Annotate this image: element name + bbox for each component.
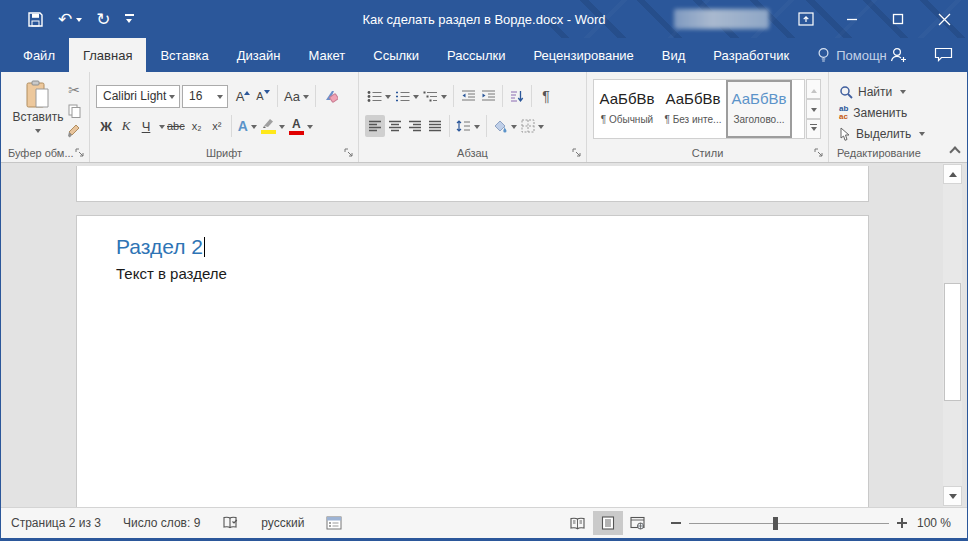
line-spacing-button[interactable] <box>454 115 482 137</box>
select-button[interactable]: Выделить <box>829 123 967 144</box>
paragraph-dialog-launcher[interactable] <box>572 148 582 158</box>
grow-font-button[interactable]: A <box>233 85 253 107</box>
close-button[interactable] <box>921 0 967 38</box>
font-dialog-launcher[interactable] <box>344 148 354 158</box>
save-icon[interactable] <box>27 11 44 28</box>
read-mode-button[interactable] <box>563 511 593 535</box>
clear-formatting-button[interactable] <box>320 85 340 107</box>
style-card-no-spacing[interactable]: АаБбВв ¶ Без инте... <box>660 80 726 138</box>
show-marks-button[interactable]: ¶ <box>536 85 556 107</box>
styles-scroll-down-button[interactable] <box>806 99 821 119</box>
page-1-bottom[interactable] <box>76 166 869 202</box>
tab-design[interactable]: Дизайн <box>223 38 295 72</box>
font-name-combobox[interactable]: Calibri Light <box>96 85 180 108</box>
text-effects-button[interactable]: А <box>236 115 259 137</box>
sort-button[interactable] <box>507 85 527 107</box>
font-size-combobox[interactable]: 16 <box>182 85 228 108</box>
word-count[interactable]: Число слов: 9 <box>123 516 200 530</box>
document-heading[interactable]: Раздел 2 <box>116 235 205 259</box>
maximize-button[interactable] <box>875 0 921 38</box>
change-case-label: Aa <box>284 89 300 104</box>
zoom-slider[interactable] <box>689 523 889 524</box>
web-layout-button[interactable] <box>623 511 653 535</box>
customize-qat-button[interactable] <box>125 14 134 24</box>
vertical-scrollbar[interactable] <box>943 163 962 507</box>
tab-file[interactable]: Файл <box>9 38 69 72</box>
find-caret-icon <box>900 90 906 97</box>
bullets-button[interactable] <box>365 85 393 107</box>
align-right-button[interactable] <box>405 115 425 137</box>
tab-view[interactable]: Вид <box>648 38 700 72</box>
strikethrough-button[interactable]: abc <box>165 115 187 137</box>
shrink-font-button[interactable]: A <box>253 85 273 107</box>
redo-button[interactable]: ↻ <box>96 11 110 28</box>
ribbon-tab-row: Файл Главная Вставка Дизайн Макет Ссылки… <box>1 38 967 72</box>
scroll-down-button[interactable] <box>943 486 962 506</box>
print-layout-button[interactable] <box>593 511 623 535</box>
italic-button[interactable]: К <box>116 115 136 137</box>
divider <box>453 85 454 107</box>
share-button[interactable] <box>889 46 908 64</box>
align-left-button[interactable] <box>365 115 385 137</box>
paste-button[interactable]: Вставить <box>9 80 67 154</box>
highlight-color-button[interactable] <box>259 115 287 137</box>
style-card-normal[interactable]: АаБбВв ¶ Обычный <box>594 80 660 138</box>
cut-button[interactable]: ✂ <box>68 82 80 98</box>
lightbulb-icon <box>817 47 830 64</box>
tab-tell-me[interactable]: Помощн <box>803 38 901 72</box>
align-center-button[interactable] <box>385 115 405 137</box>
undo-button[interactable]: ↶ <box>58 11 82 28</box>
bold-button[interactable]: Ж <box>96 115 116 137</box>
zoom-slider-thumb[interactable] <box>773 517 778 530</box>
copy-button[interactable] <box>68 104 81 118</box>
underline-button[interactable]: Ч <box>136 115 156 137</box>
ribbon-display-options-button[interactable] <box>783 0 829 38</box>
shading-button[interactable] <box>491 115 519 137</box>
proofing-status-icon[interactable] <box>222 516 239 530</box>
format-painter-button[interactable] <box>67 124 81 138</box>
styles-dialog-launcher[interactable] <box>814 148 824 158</box>
tab-insert[interactable]: Вставка <box>146 38 222 72</box>
find-button[interactable]: Найти <box>829 81 967 102</box>
zoom-level[interactable]: 100 % <box>917 516 951 530</box>
zoom-in-button[interactable] <box>897 518 907 528</box>
font-color-caret-icon <box>307 125 313 132</box>
tab-references[interactable]: Ссылки <box>359 38 433 72</box>
font-color-button[interactable]: А <box>287 115 315 137</box>
subscript-button[interactable]: x₂ <box>187 115 207 137</box>
heading-text: Раздел 2 <box>116 235 203 258</box>
tab-home[interactable]: Главная <box>69 38 146 72</box>
tab-mailings[interactable]: Рассылки <box>433 38 519 72</box>
language-indicator[interactable]: русский <box>261 516 304 530</box>
numbering-button[interactable] <box>393 85 421 107</box>
tab-review[interactable]: Рецензирование <box>519 38 647 72</box>
scrollbar-thumb[interactable] <box>944 283 961 401</box>
styles-more-button[interactable] <box>806 119 821 139</box>
minimize-button[interactable] <box>829 0 875 38</box>
comments-button[interactable] <box>934 47 953 63</box>
change-case-button[interactable]: Aa <box>282 85 311 107</box>
decrease-indent-button[interactable] <box>458 85 478 107</box>
superscript-button[interactable]: x² <box>207 115 227 137</box>
zoom-out-button[interactable] <box>671 522 681 524</box>
replace-button[interactable]: ab ac Заменить <box>829 102 967 123</box>
document-body-text[interactable]: Текст в разделе <box>116 265 227 282</box>
style-name: ¶ Обычный <box>596 114 658 125</box>
styles-scroll-up-button[interactable] <box>806 79 821 99</box>
justify-button[interactable] <box>425 115 445 137</box>
divider <box>449 115 450 137</box>
scroll-up-button[interactable] <box>943 164 962 184</box>
borders-button[interactable] <box>519 115 546 137</box>
style-sample: АаБбВв <box>728 90 790 107</box>
macro-panel-icon[interactable] <box>326 516 342 530</box>
select-caret-icon <box>919 132 925 139</box>
page-indicator[interactable]: Страница 2 из 3 <box>11 516 101 530</box>
clipboard-dialog-launcher[interactable] <box>75 148 85 158</box>
tab-developer[interactable]: Разработчик <box>699 38 803 72</box>
increase-indent-button[interactable] <box>478 85 498 107</box>
font-color-icon: А <box>289 118 304 135</box>
tab-layout[interactable]: Макет <box>294 38 359 72</box>
divider <box>231 115 232 137</box>
style-card-heading[interactable]: АаБбВв Заголово... <box>726 80 792 138</box>
multilevel-list-button[interactable] <box>421 85 449 107</box>
